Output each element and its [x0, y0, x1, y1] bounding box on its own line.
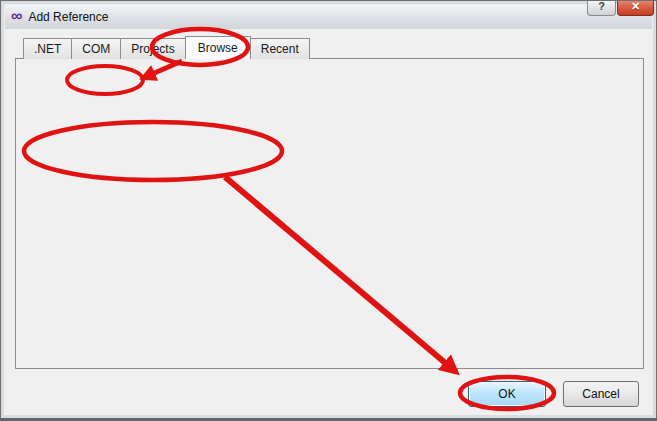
title-bar[interactable]: ∞ Add Reference: [5, 5, 652, 29]
tab-projects[interactable]: Projects: [120, 38, 185, 59]
visual-studio-logo-icon: ∞: [11, 8, 22, 24]
ok-button[interactable]: OK: [468, 381, 546, 407]
help-button[interactable]: ?: [587, 0, 616, 16]
close-button[interactable]: ✕: [617, 0, 654, 16]
browse-tab-page: [15, 58, 644, 369]
tab-recent[interactable]: Recent: [250, 38, 310, 59]
add-reference-dialog: ∞ Add Reference ? ✕ .NET COM Projects Br…: [0, 0, 657, 421]
tab-browse[interactable]: Browse: [185, 36, 251, 59]
tab-strip: .NET COM Projects Browse Recent: [23, 36, 309, 59]
tab-com[interactable]: COM: [71, 38, 121, 59]
tab-dotnet[interactable]: .NET: [23, 38, 72, 59]
close-icon: ✕: [631, 0, 640, 13]
cancel-button[interactable]: Cancel: [563, 381, 639, 407]
help-icon: ?: [598, 0, 605, 12]
window-title: Add Reference: [28, 10, 108, 24]
